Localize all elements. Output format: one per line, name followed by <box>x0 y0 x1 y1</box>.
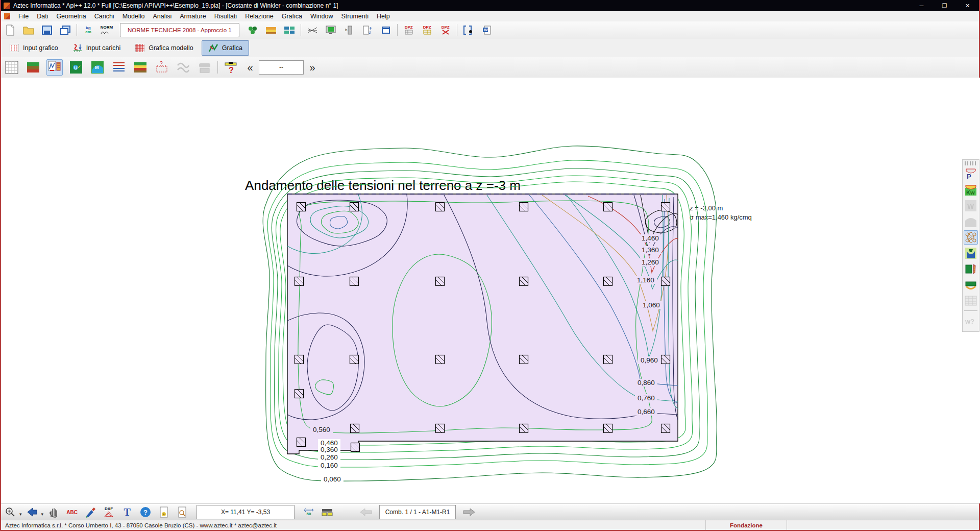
svg-text:w?: w? <box>965 318 974 325</box>
colormap-m-icon[interactable]: M <box>89 59 106 76</box>
word-export-icon[interactable]: W <box>480 23 494 37</box>
norme-tecniche-button[interactable]: NORME TECNICHE 2008 - Approccio 1 <box>120 23 239 37</box>
close-button[interactable]: ✕ <box>956 0 979 11</box>
menu-item-help[interactable]: Help <box>373 13 394 20</box>
prev-view-button[interactable]: « <box>241 60 259 75</box>
menu-item-grafica[interactable]: Grafica <box>278 13 306 20</box>
materials-icon[interactable] <box>246 23 259 37</box>
section-lines-icon[interactable] <box>111 59 127 76</box>
tab-grafica-modello[interactable]: Grafica modello <box>129 41 200 55</box>
column-marker <box>436 203 445 211</box>
dpz-edit-icon[interactable]: DPZ <box>402 23 415 37</box>
soil-layers-icon[interactable] <box>25 59 41 76</box>
open-folder-icon[interactable] <box>22 23 35 37</box>
contour-label: 1,060 <box>643 301 660 309</box>
column-marker <box>662 355 670 364</box>
menu-item-geometria[interactable]: Geometria <box>52 13 90 20</box>
svg-text:P: P <box>967 173 971 180</box>
ruler-icon[interactable] <box>321 505 334 519</box>
legend-help-icon[interactable]: ? <box>223 59 239 76</box>
help-icon[interactable]: ? <box>139 505 152 519</box>
tab-grafica[interactable]: Grafica <box>202 40 249 56</box>
column-marker <box>295 355 304 364</box>
back-arrow-icon[interactable] <box>26 505 39 519</box>
column-tool-icon[interactable]: h <box>342 23 356 37</box>
dock-grip[interactable] <box>965 161 977 165</box>
slab-icon <box>197 59 213 76</box>
units-icon[interactable]: kgcm <box>82 23 95 37</box>
menu-item-file[interactable]: File <box>14 13 33 20</box>
view-selector[interactable]: -- <box>259 60 304 75</box>
pile-drill-icon[interactable] <box>964 262 978 276</box>
menu-item-dati[interactable]: Dati <box>33 13 52 20</box>
svg-text:M: M <box>95 65 99 70</box>
soil-bucket-icon[interactable] <box>964 246 978 260</box>
back-dropdown-caret[interactable]: ▾ <box>41 512 44 517</box>
winkler-plot-icon[interactable] <box>46 59 63 76</box>
abc-text-icon[interactable]: ABC <box>65 505 79 519</box>
zoom-dropdown-caret[interactable]: ▾ <box>19 512 22 517</box>
tab-label: Grafica <box>222 44 242 52</box>
combination-selector[interactable]: Comb. 1 / 1 - A1-M1-R1 <box>379 505 456 519</box>
svg-text:h: h <box>345 28 347 32</box>
grid-view-icon[interactable] <box>4 59 20 76</box>
pan-hand-icon[interactable] <box>47 505 60 519</box>
save-icon[interactable] <box>40 23 54 37</box>
contour-label: 1,460 <box>642 234 659 242</box>
armature-sketch-icon[interactable] <box>306 23 319 37</box>
contour-label: 1,160 <box>637 276 654 284</box>
print-setup-icon[interactable] <box>157 505 170 519</box>
document-transfer-icon[interactable] <box>361 23 374 37</box>
dpz-view-icon[interactable]: DPZ <box>421 23 434 37</box>
dxf-export-icon[interactable]: DXF <box>102 505 115 519</box>
menu-item-strumenti[interactable]: Strumenti <box>337 13 373 20</box>
svg-text:?: ? <box>143 509 148 516</box>
paintbrush-icon[interactable] <box>84 505 97 519</box>
scale-icon[interactable]: 50 <box>302 505 315 519</box>
next-view-button[interactable]: » <box>304 60 321 75</box>
table-icon[interactable] <box>283 23 296 37</box>
pressure-p-icon[interactable]: P <box>964 167 978 181</box>
text-tool-icon[interactable]: T <box>120 505 134 519</box>
window-restore-icon[interactable] <box>379 23 393 37</box>
dpz-delete-icon[interactable]: DPZ <box>439 23 452 37</box>
column-marker <box>662 203 670 211</box>
next-combination-arrow[interactable] <box>462 505 476 519</box>
column-marker <box>351 424 359 433</box>
load-diagram-icon[interactable]: ? <box>154 59 170 76</box>
svg-text:Kw: Kw <box>966 189 975 196</box>
footing-arc-icon[interactable] <box>964 278 978 292</box>
soil-profile-icon[interactable] <box>132 59 149 76</box>
title-bar: Aztec Informatica * Api++ 12.0 * Full [C… <box>1 0 979 11</box>
status-empty-cell <box>787 520 979 530</box>
colormap-u-icon[interactable]: U <box>68 59 84 76</box>
menu-item-carichi[interactable]: Carichi <box>90 13 118 20</box>
contour-label: 1,360 <box>642 246 659 254</box>
column-marker <box>297 203 306 211</box>
menu-item-risultati[interactable]: Risultati <box>210 13 241 20</box>
tab-input-carichi[interactable]: Input carichi <box>66 41 127 55</box>
brackets-tool-icon[interactable] <box>462 23 475 37</box>
contour-label: 0,060 <box>324 475 341 483</box>
print-preview-icon[interactable] <box>176 505 189 519</box>
menu-item-window[interactable]: Window <box>306 13 337 20</box>
table-gray-icon <box>964 294 978 308</box>
minimize-button[interactable]: ─ <box>910 0 933 11</box>
menu-item-analisi[interactable]: Analisi <box>149 13 176 20</box>
zoom-icon[interactable] <box>4 505 17 519</box>
maximize-button[interactable]: ❐ <box>933 0 956 11</box>
menu-item-relazione[interactable]: Relazione <box>241 13 278 20</box>
menu-item-armature[interactable]: Armature <box>176 13 210 20</box>
layers-icon[interactable] <box>264 23 278 37</box>
gravel-selected-icon[interactable] <box>964 230 978 245</box>
tab-input-grafico[interactable]: Input grafico <box>3 41 64 55</box>
monitor-icon[interactable] <box>324 23 337 37</box>
svg-text:W: W <box>484 28 488 32</box>
drawing-canvas[interactable]: Andamento delle tensioni nel terreno a z… <box>1 78 980 503</box>
copy-icon[interactable] <box>59 23 72 37</box>
new-document-icon[interactable] <box>4 23 17 37</box>
column-marker <box>662 277 670 286</box>
normative-icon[interactable]: NORM <box>100 23 113 37</box>
menu-item-modello[interactable]: Modello <box>118 13 149 20</box>
winkler-kw-icon[interactable]: Kw <box>964 183 978 197</box>
